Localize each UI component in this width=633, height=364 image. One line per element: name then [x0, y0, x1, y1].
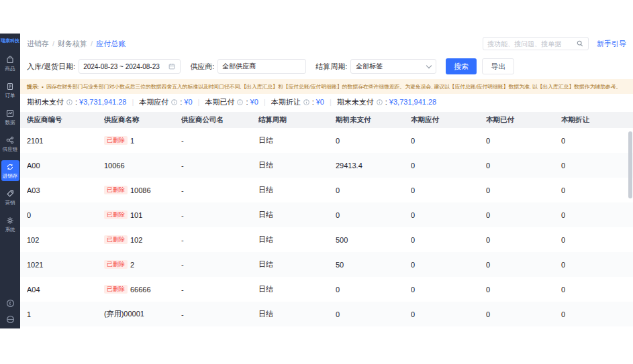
search-icon[interactable]: [576, 40, 584, 48]
search-button[interactable]: 搜索: [446, 58, 477, 74]
info-icon[interactable]: [66, 99, 73, 106]
deleted-badge: 已删除: [104, 260, 128, 269]
tag-icon: [5, 189, 15, 198]
info-icon[interactable]: [376, 99, 383, 106]
summary-value: ¥0: [184, 98, 192, 106]
period-filter-label: 结算周期:: [315, 62, 347, 72]
notice-prefix: 提示:: [27, 83, 39, 90]
col-header: 本期折让: [561, 115, 626, 125]
sidebar-item-orders[interactable]: 订单: [1, 80, 19, 101]
sidebar-item-data[interactable]: 数据: [1, 107, 19, 127]
topbar: 进销存 / 财务核算 / 应付总账 新手引导: [20, 34, 633, 54]
gear-icon: [5, 216, 15, 225]
cell-opening-unpaid: 0: [336, 310, 411, 318]
summary-colon: :: [75, 98, 77, 106]
summary-label: 本期已付: [205, 97, 234, 107]
date-range-input[interactable]: 2024-08-23 ~ 2024-08-23: [79, 59, 181, 74]
info-icon[interactable]: [303, 99, 310, 106]
table-body: 2101 已删除1 - 日结 0 0 0 0 A00 10066 - 日结: [20, 128, 633, 326]
supplier-name-text: 101: [130, 211, 142, 219]
deleted-badge: 已删除: [104, 210, 128, 220]
cell-supplier-name: 已删除1: [104, 136, 181, 145]
col-header: 本期已付: [486, 115, 561, 125]
summary-opening-unpaid: 期初未支付 : ¥3,731,941.28: [27, 97, 126, 107]
supplier-input[interactable]: [217, 59, 306, 74]
scrollbar-track[interactable]: [628, 129, 632, 328]
cell-supplier-code: A00: [27, 162, 104, 170]
notice-bar: 提示: • 因存在财务部门与业务部门对小数点后三位的数据四舍五入的标准以及时间口…: [20, 79, 633, 94]
scrollbar-thumb[interactable]: [628, 131, 632, 198]
cell-company: -: [181, 186, 258, 194]
summary-separator: |: [198, 98, 200, 106]
chevron-down-icon: [426, 62, 432, 68]
cell-period: 日结: [258, 309, 336, 319]
cell-payable: 0: [411, 162, 486, 170]
cell-opening-unpaid: 0: [336, 286, 411, 294]
screen: 瑞康科技 商品 订单 数据: [0, 0, 633, 364]
cell-paid: 0: [486, 236, 561, 244]
calendar-icon: [168, 62, 176, 70]
goods-icon: [5, 55, 15, 64]
cell-payable: 0: [411, 261, 486, 269]
cell-paid: 0: [486, 211, 561, 219]
sidebar-item-goods[interactable]: 商品: [1, 53, 19, 74]
sidebar-item-marketing[interactable]: 营销: [1, 187, 19, 208]
sidebar-item-system[interactable]: 系统: [1, 214, 19, 235]
table-row: 1021 已删除2 - 日结 50 0 0 0: [20, 252, 633, 277]
date-range-value: 2024-08-23 ~ 2024-08-23: [83, 63, 160, 70]
cell-discount: 0: [561, 211, 626, 219]
sidebar-nav: 商品 订单 数据 供应: [0, 53, 20, 235]
summary-current-paid: 本期已付 : ¥0: [205, 97, 258, 107]
table-row: A04 已删除66666 - 日结 0 0 0 0: [20, 277, 633, 302]
col-header: 供应商公司名: [181, 115, 258, 125]
cell-opening-unpaid: 50: [336, 261, 411, 269]
sidebar-item-label: 进销存: [3, 172, 18, 179]
breadcrumb-item[interactable]: 财务核算: [58, 39, 87, 49]
sidebar-item-label: 订单: [5, 92, 15, 99]
cell-supplier-name: (弃用)00001: [104, 309, 181, 319]
cell-opening-unpaid: 0: [336, 211, 411, 219]
sidebar: 瑞康科技 商品 订单 数据: [0, 34, 20, 328]
cell-payable: 0: [411, 137, 486, 145]
sidebar-item-supply-chain[interactable]: 供应链: [1, 133, 19, 154]
summary-colon: :: [180, 98, 182, 106]
period-select[interactable]: 全部标签: [350, 59, 436, 74]
cell-supplier-code: 1021: [27, 261, 104, 269]
cell-discount: 0: [561, 286, 626, 294]
sidebar-item-inventory[interactable]: 进销存: [1, 160, 19, 181]
supplier-filter-group: 供应商:: [190, 59, 306, 74]
table-row: A00 10066 - 日结 29413.4 0 0 0: [20, 153, 633, 178]
cell-payable: 0: [411, 236, 486, 244]
cell-discount: 0: [561, 186, 626, 194]
global-search-box: [483, 37, 589, 50]
notice-text: 因存在财务部门与业务部门对小数点后三位的数据四舍五入的标准以及时间口径不同,【出…: [46, 83, 622, 90]
payable-ledger-table: 供应商编号 供应商名称 供应商公司名 结算周期 期初未支付 本期应付 本期已付 …: [20, 112, 633, 328]
supplier-name-text: 102: [130, 236, 142, 244]
cell-opening-unpaid: 0: [336, 186, 411, 194]
summary-current-discount: 本期折让 : ¥0: [271, 97, 324, 107]
sidebar-bottom: [0, 298, 20, 327]
info-icon[interactable]: [236, 99, 244, 106]
cell-period: 日结: [258, 259, 336, 269]
cell-company: -: [181, 286, 258, 294]
help-circle-icon[interactable]: [5, 298, 15, 311]
cell-supplier-name: 10066: [104, 162, 181, 170]
sidebar-item-label: 数据: [5, 119, 15, 125]
col-header: 供应商名称: [104, 115, 181, 125]
global-search-input[interactable]: [487, 40, 573, 48]
deleted-badge: 已删除: [104, 285, 128, 294]
main-area: 进销存 / 财务核算 / 应付总账 新手引导: [20, 34, 633, 328]
table-row: 102 已删除102 - 日结 500 0 0 0: [20, 227, 633, 252]
beginner-guide-link[interactable]: 新手引导: [597, 39, 626, 49]
cell-company: -: [181, 162, 258, 170]
cell-discount: 0: [561, 137, 626, 145]
info-icon[interactable]: [171, 99, 178, 106]
cell-discount: 0: [561, 310, 626, 318]
export-button[interactable]: 导出: [482, 58, 514, 74]
sidebar-item-label: 商品: [5, 65, 15, 72]
cell-period: 日结: [258, 160, 336, 170]
col-header: 供应商编号: [27, 115, 104, 125]
support-icon[interactable]: [5, 314, 15, 327]
cell-supplier-code: A03: [27, 186, 104, 194]
breadcrumb-item[interactable]: 进销存: [27, 39, 49, 49]
